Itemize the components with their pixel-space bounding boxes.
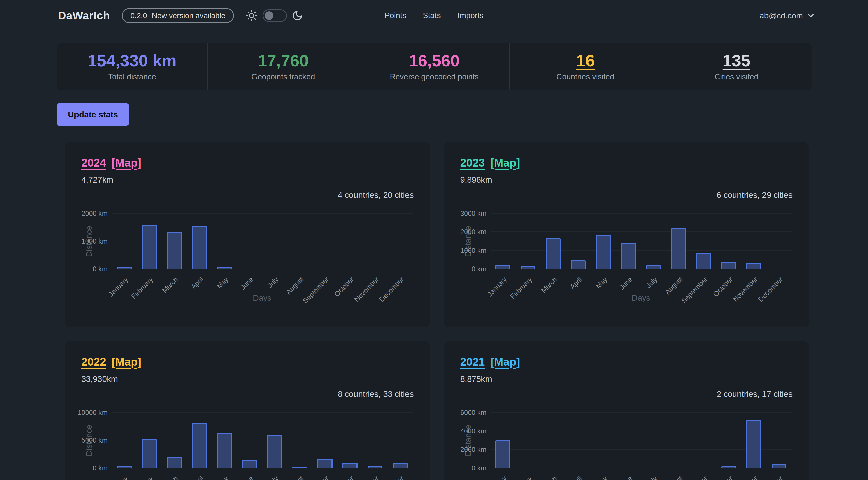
bar-slot	[516, 413, 540, 468]
month-label: July	[645, 276, 659, 290]
bar-slot	[112, 214, 136, 269]
stat-value[interactable]: 135	[722, 52, 750, 69]
bar-slot	[363, 413, 388, 468]
update-stats-button[interactable]: Update stats	[57, 103, 129, 126]
stat-value[interactable]: 16	[576, 52, 595, 69]
x-slot: March	[540, 472, 565, 480]
stats-panel: 154,330 km Total distance 17,760 Geopoin…	[57, 43, 812, 90]
x-slot: September	[691, 472, 716, 480]
bar-slot	[767, 413, 792, 468]
bar	[317, 458, 333, 469]
bar-slot	[262, 214, 287, 269]
x-slot: November	[363, 472, 388, 480]
bar	[571, 260, 586, 269]
header-left: DaWarIch 0.2.0 New version available	[58, 8, 303, 23]
stat-label: Countries visited	[556, 72, 614, 82]
year-card-title: 2024 [Map]	[81, 157, 414, 169]
bar-slot	[136, 413, 162, 468]
bar	[546, 238, 561, 269]
nav-link-stats[interactable]: Stats	[423, 11, 441, 20]
month-label: June	[239, 475, 255, 480]
x-slot: May	[212, 472, 237, 480]
y-tick-label: 1000 km	[460, 247, 487, 254]
year-total-distance: 4,727km	[81, 175, 414, 185]
bar-slot	[312, 214, 337, 269]
month-label: June	[618, 475, 634, 480]
y-tick-label: 0 km	[472, 465, 487, 472]
year-link[interactable]: 2023	[460, 157, 485, 169]
x-slot: December	[767, 472, 792, 480]
year-link[interactable]: 2024	[81, 157, 106, 169]
x-slot: March	[162, 472, 187, 480]
bar	[521, 266, 536, 269]
month-label: May	[594, 276, 609, 290]
map-link[interactable]: [Map]	[490, 157, 520, 169]
bar-slot	[187, 214, 212, 269]
y-tick-label: 0 km	[93, 265, 107, 273]
x-axis-title: Days	[491, 293, 792, 302]
nav-link-points[interactable]: Points	[384, 11, 406, 20]
main-nav: PointsStatsImports	[384, 11, 484, 20]
chart-plot-area: 0 km5000 km10000 km	[112, 413, 413, 468]
bar	[393, 463, 408, 468]
version-message: New version available	[152, 11, 225, 20]
bar-slot	[641, 413, 666, 468]
chart-plot-area: 0 km1000 km2000 km	[112, 214, 413, 269]
bar-slot	[187, 413, 212, 468]
month-label: May	[215, 276, 230, 290]
bar-slot	[716, 214, 741, 269]
month-label: April	[190, 475, 205, 480]
year-card-title: 2022 [Map]	[81, 356, 414, 368]
version-badge[interactable]: 0.2.0 New version available	[122, 8, 234, 23]
bar	[671, 228, 686, 269]
month-label: May	[594, 475, 609, 480]
year-card: 2023 [Map] 9,896km 6 countries, 29 citie…	[444, 142, 809, 327]
bars	[491, 413, 792, 468]
theme-switcher	[246, 9, 303, 22]
stat-value: 17,760	[258, 52, 309, 69]
bar-slot	[666, 214, 691, 269]
month-label: April	[568, 475, 584, 480]
version-number: 0.2.0	[130, 11, 147, 20]
map-link[interactable]: [Map]	[112, 157, 141, 169]
theme-toggle[interactable]	[262, 9, 287, 22]
stat-label: Cities visited	[714, 72, 758, 82]
bar-slot	[716, 413, 741, 468]
bar-slot	[741, 214, 766, 269]
y-tick-label: 0 km	[472, 265, 487, 273]
bar	[342, 463, 358, 468]
x-slot: October	[337, 472, 362, 480]
nav-link-imports[interactable]: Imports	[458, 11, 484, 20]
monthly-distance-bar-chart: Distance 0 km2000 km4000 km6000 km Janua…	[460, 404, 793, 480]
year-countries-cities: 4 countries, 20 cities	[81, 190, 414, 200]
bar	[596, 235, 611, 269]
year-link[interactable]: 2021	[460, 356, 485, 368]
bar	[217, 433, 232, 468]
map-link[interactable]: [Map]	[490, 356, 520, 368]
bar	[721, 467, 737, 468]
bar-slot	[491, 214, 516, 269]
bar-slot	[337, 413, 362, 468]
bar	[117, 467, 132, 468]
chevron-down-icon	[806, 11, 815, 20]
bar-slot	[641, 214, 666, 269]
user-menu[interactable]: ab@cd.com	[760, 11, 815, 21]
bars	[112, 214, 413, 269]
theme-toggle-knob	[265, 11, 273, 20]
stat-item: 154,330 km Total distance	[57, 43, 207, 90]
monthly-distance-bar-chart: Distance 0 km5000 km10000 km JanuaryFebr…	[81, 404, 414, 480]
x-slot: May	[591, 472, 616, 480]
map-link[interactable]: [Map]	[112, 356, 141, 368]
y-tick-label: 10000 km	[78, 409, 107, 417]
app-logo[interactable]: DaWarIch	[58, 9, 110, 22]
stat-label: Reverse geocoded points	[390, 72, 479, 82]
x-slot: July	[262, 472, 287, 480]
bar-slot	[516, 214, 540, 269]
year-card-title: 2023 [Map]	[460, 157, 793, 169]
monthly-distance-bar-chart: Distance 0 km1000 km2000 km3000 km Janua…	[460, 204, 793, 311]
x-slot: June	[616, 472, 641, 480]
bar-slot	[566, 214, 591, 269]
year-link[interactable]: 2022	[81, 356, 106, 368]
bar	[242, 460, 257, 468]
month-label: January	[107, 475, 130, 480]
